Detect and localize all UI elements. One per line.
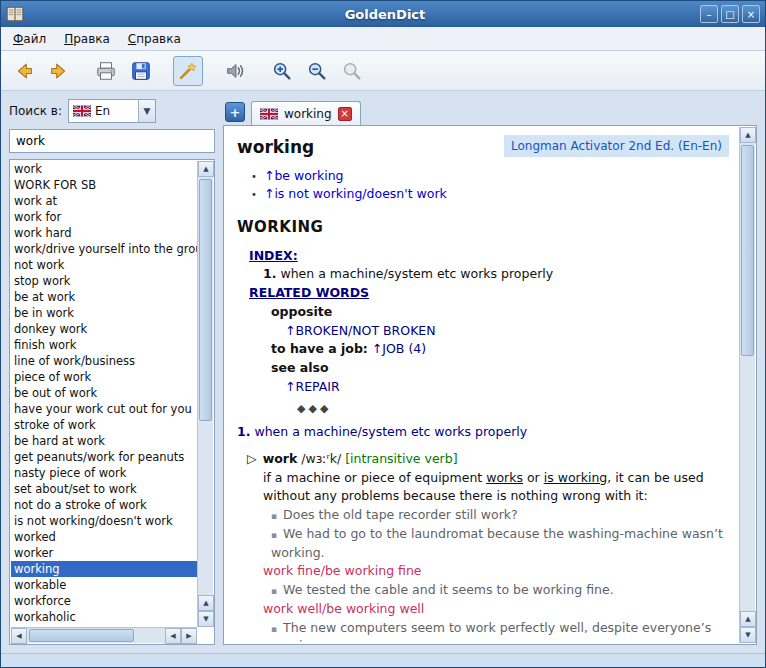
save-button[interactable] bbox=[126, 56, 156, 86]
index-item-number: 1. bbox=[263, 266, 276, 281]
scrollbar-thumb[interactable] bbox=[29, 629, 134, 642]
list-item[interactable]: donkey work bbox=[11, 321, 197, 337]
group-value: En bbox=[95, 104, 132, 118]
bullet-icon: • bbox=[251, 171, 257, 182]
article-view: working Longman Activator 2nd Ed. (En-En… bbox=[223, 125, 757, 645]
list-item[interactable]: finish work bbox=[11, 337, 197, 353]
list-item[interactable]: be hard at work bbox=[11, 433, 197, 449]
search-in-label: Поиск в: bbox=[9, 104, 62, 118]
separator-diamonds: ◆◆◆ bbox=[297, 401, 729, 418]
list-item[interactable]: is not working/doesn't work bbox=[11, 513, 197, 529]
list-item[interactable]: be at work bbox=[11, 289, 197, 305]
tab-label: working bbox=[284, 107, 332, 121]
tab-working[interactable]: working × bbox=[251, 101, 361, 125]
list-item-selected[interactable]: working bbox=[11, 561, 197, 577]
scrollbar-thumb[interactable] bbox=[741, 145, 754, 356]
article-link[interactable]: ↑JOB (4) bbox=[372, 341, 426, 356]
list-item[interactable]: workaholic bbox=[11, 609, 197, 625]
forward-button[interactable] bbox=[44, 56, 74, 86]
collocation-link[interactable]: works bbox=[486, 470, 523, 485]
scroll-up-icon[interactable]: ▲ bbox=[198, 161, 214, 177]
collocation: work fine/be working fine bbox=[263, 562, 729, 581]
list-item[interactable]: line of work/business bbox=[11, 353, 197, 369]
list-item[interactable]: have your work cut out for you bbox=[11, 401, 197, 417]
forward-arrow-icon bbox=[48, 60, 70, 82]
back-button[interactable] bbox=[9, 56, 39, 86]
job-label: to have a job: bbox=[271, 341, 368, 356]
index-link[interactable]: INDEX: bbox=[249, 248, 298, 263]
add-tab-button[interactable]: + bbox=[225, 102, 245, 122]
word-list: work WORK FOR SB work at work for work h… bbox=[9, 159, 215, 645]
list-item[interactable]: worked bbox=[11, 529, 197, 545]
menu-file[interactable]: Файл bbox=[5, 29, 54, 49]
menu-edit[interactable]: Правка bbox=[56, 29, 118, 49]
speaker-icon bbox=[224, 60, 246, 82]
close-tab-icon[interactable]: × bbox=[338, 107, 352, 121]
scan-popup-button[interactable] bbox=[173, 56, 203, 86]
scrollbar-thumb[interactable] bbox=[199, 179, 212, 421]
dictionary-badge[interactable]: Longman Activator 2nd Ed. (En-En) bbox=[504, 135, 729, 157]
dictionary-group-select[interactable]: En ▼ bbox=[68, 99, 156, 123]
scroll-left-icon[interactable]: ◀ bbox=[165, 628, 181, 644]
article-vertical-scrollbar[interactable]: ▲ ▲ ▼ bbox=[739, 127, 755, 643]
article-link[interactable]: ↑be working bbox=[264, 168, 344, 183]
section-heading: when a machine/system etc works properly bbox=[254, 424, 527, 439]
scroll-down-icon[interactable]: ▼ bbox=[740, 627, 756, 643]
definition: if a machine or piece of equipment works… bbox=[263, 469, 729, 507]
list-item[interactable]: work/drive yourself into the ground bbox=[11, 241, 197, 257]
scroll-up-icon[interactable]: ▲ bbox=[740, 127, 756, 143]
close-button[interactable]: × bbox=[742, 5, 760, 23]
scroll-down-icon[interactable]: ▼ bbox=[198, 611, 214, 627]
example-bullet-icon: ▪ bbox=[271, 511, 277, 521]
part-of-speech: [intransitive verb] bbox=[345, 451, 457, 466]
tab-bar: + working × bbox=[223, 99, 757, 125]
list-item[interactable]: workforce bbox=[11, 593, 197, 609]
scroll-up-icon[interactable]: ▲ bbox=[198, 595, 214, 611]
index-item-text: when a machine/system etc works properly bbox=[280, 266, 553, 281]
search-input[interactable] bbox=[9, 129, 215, 153]
list-item[interactable]: worker bbox=[11, 545, 197, 561]
example-bullet-icon: ▪ bbox=[271, 586, 277, 596]
print-button[interactable] bbox=[91, 56, 121, 86]
list-item[interactable]: WORK FOR SB bbox=[11, 177, 197, 193]
toolbar bbox=[1, 51, 765, 91]
list-item[interactable]: nasty piece of work bbox=[11, 465, 197, 481]
list-item[interactable]: be in work bbox=[11, 305, 197, 321]
list-item[interactable]: stop work bbox=[11, 273, 197, 289]
related-words-link[interactable]: RELATED WORDS bbox=[249, 285, 369, 300]
see-also-label: see also bbox=[271, 359, 729, 378]
pronounce-button[interactable] bbox=[220, 56, 250, 86]
article-link[interactable]: ↑is not working/doesn't work bbox=[264, 186, 447, 201]
list-item[interactable]: work hard bbox=[11, 225, 197, 241]
wordlist-horizontal-scrollbar[interactable]: ◀ ◀ ▶ bbox=[11, 627, 197, 643]
goldendict-window: GoldenDict – □ × Файл Правка Справка bbox=[0, 0, 766, 668]
list-item[interactable]: be out of work bbox=[11, 385, 197, 401]
article-link[interactable]: ↑BROKEN/NOT BROKEN bbox=[285, 323, 436, 338]
list-item[interactable]: workable bbox=[11, 577, 197, 593]
zoom-in-button[interactable] bbox=[267, 56, 297, 86]
collocation-link[interactable]: is working bbox=[544, 470, 608, 485]
search-pane: Поиск в: En ▼ work WORK FOR SB work at w… bbox=[9, 99, 215, 645]
list-item[interactable]: get peanuts/work for peanuts bbox=[11, 449, 197, 465]
list-item[interactable]: not do a stroke of work bbox=[11, 497, 197, 513]
bullet-icon: • bbox=[251, 189, 257, 200]
article-link[interactable]: ↑REPAIR bbox=[285, 379, 340, 394]
title-bar: GoldenDict – □ × bbox=[1, 1, 765, 27]
scroll-up-icon[interactable]: ▲ bbox=[740, 611, 756, 627]
minimize-button[interactable]: – bbox=[700, 5, 718, 23]
list-item[interactable]: set about/set to work bbox=[11, 481, 197, 497]
chevron-down-icon[interactable]: ▼ bbox=[138, 100, 155, 122]
zoom-out-button[interactable] bbox=[302, 56, 332, 86]
scroll-left-icon[interactable]: ◀ bbox=[11, 628, 27, 644]
scroll-right-icon[interactable]: ▶ bbox=[181, 628, 197, 644]
menu-help[interactable]: Справка bbox=[120, 29, 189, 49]
list-item[interactable]: piece of work bbox=[11, 369, 197, 385]
list-item[interactable]: work for bbox=[11, 209, 197, 225]
list-item[interactable]: not work bbox=[11, 257, 197, 273]
wordlist-vertical-scrollbar[interactable]: ▲ ▲ ▼ bbox=[197, 161, 213, 627]
zoom-reset-button[interactable] bbox=[337, 56, 367, 86]
maximize-button[interactable]: □ bbox=[721, 5, 739, 23]
list-item[interactable]: work at bbox=[11, 193, 197, 209]
list-item[interactable]: work bbox=[11, 161, 197, 177]
list-item[interactable]: stroke of work bbox=[11, 417, 197, 433]
